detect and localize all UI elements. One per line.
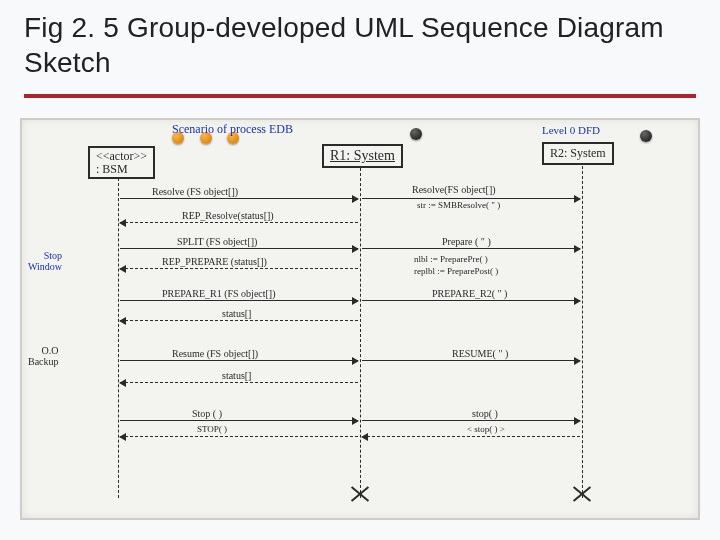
lbl-m5r1: nlbl := PreparePre( )	[414, 254, 488, 264]
msg-prepare	[362, 248, 580, 249]
msg-stop-r-ret	[362, 436, 580, 437]
msg-resolve-a	[120, 198, 358, 199]
slide-title: Fig 2. 5 Group-developed UML Sequence Di…	[24, 10, 696, 80]
lifeline-line-r2	[582, 166, 583, 498]
msg-rep-resolve	[120, 222, 358, 223]
msg-stop-r	[362, 420, 580, 421]
msg-prep-r2	[362, 300, 580, 301]
note-stop-window: Stop Window	[28, 250, 62, 272]
lbl-m5r2: replbl := PreparePost( )	[414, 266, 498, 276]
whiteboard-photo: Scenario of process EDB Level 0 DFD <<ac…	[20, 118, 700, 520]
note-backup: O.O Backup	[28, 345, 59, 367]
msg-stop	[120, 420, 358, 421]
lifeline-line-r1	[360, 168, 361, 498]
msg-resolve-b	[362, 198, 580, 199]
lbl-m6r: PREPARE_R2( " )	[432, 288, 507, 299]
msg-status1	[120, 320, 358, 321]
terminate-r2	[571, 482, 593, 504]
terminate-r1	[349, 482, 371, 504]
lbl-m6: PREPARE_R1 (FS object[])	[162, 288, 276, 299]
lbl-m2b: str := SMBResolve( " )	[417, 200, 500, 210]
heading-right: Level 0 DFD	[542, 124, 600, 136]
msg-rep-prepare	[120, 268, 358, 269]
lbl-m7: status[]	[222, 308, 251, 319]
msg-split	[120, 248, 358, 249]
lbl-m3: REP_Resolve(status[])	[182, 210, 274, 221]
lbl-m4r: Prepare ( " )	[442, 236, 491, 247]
lbl-m10r2: < stop( ) >	[467, 424, 505, 434]
lbl-m5: REP_PREPARE (status[])	[162, 256, 267, 267]
lifeline-r2: R2: System	[542, 142, 614, 165]
msg-prep-r1	[120, 300, 358, 301]
msg-status2	[120, 382, 358, 383]
lbl-m1: Resolve (FS object[])	[152, 186, 238, 197]
lifeline-actor: <<actor>> : BSM	[88, 146, 155, 179]
heading-left: Scenario of process EDB	[172, 122, 293, 137]
lbl-m2: Resolve(FS object[])	[412, 184, 496, 195]
lbl-m4: SPLIT (FS object[])	[177, 236, 257, 247]
lbl-m10b: STOP( )	[197, 424, 227, 434]
lbl-m8: Resume (FS object[])	[172, 348, 258, 359]
divider	[24, 94, 696, 98]
msg-resume-r	[362, 360, 580, 361]
lifeline-r1: R1: System	[322, 144, 403, 168]
lbl-m10r1: stop( )	[472, 408, 498, 419]
msg-stop-ret	[120, 436, 358, 437]
lbl-m8r: RESUME( " )	[452, 348, 508, 359]
lbl-m10: Stop ( )	[192, 408, 222, 419]
lbl-m9: status[]	[222, 370, 251, 381]
msg-resume	[120, 360, 358, 361]
